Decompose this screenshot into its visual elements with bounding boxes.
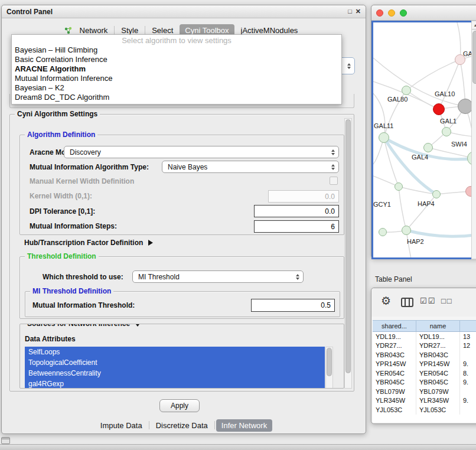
table-body: YDL19...YDL19...13 YDR27...YDR27...12 YB…	[373, 332, 476, 422]
manual-kernel-label: Manual Kernel Width Definition	[30, 177, 134, 185]
table-row[interactable]: YBL079WYBL079W	[373, 387, 476, 396]
column-settings-icon[interactable]	[401, 298, 413, 307]
network-node[interactable]	[379, 132, 389, 143]
network-window-titlebar[interactable]	[371, 5, 476, 21]
mi-threshold-label: Mutual Information Threshold:	[32, 301, 135, 309]
network-node[interactable]	[402, 86, 411, 95]
aracne-mode-combobox[interactable]: Discovery	[64, 146, 339, 158]
network-node[interactable]	[379, 228, 387, 236]
cyni-settings-title: Cyni Algorithm Settings	[15, 110, 100, 119]
sources-title: Sources for Network Inference	[27, 324, 130, 328]
tab-infer-network[interactable]: Infer Network	[216, 419, 272, 432]
dpi-tolerance-value: 0.0	[325, 207, 335, 216]
attribute-item-selected[interactable]: BetweennessCentrality	[25, 368, 325, 379]
network-scrollbar-thumb[interactable]	[472, 31, 476, 84]
network-node[interactable]	[423, 143, 433, 152]
apply-button[interactable]: Apply	[159, 399, 200, 412]
attribute-list-scrollbar-thumb[interactable]	[327, 348, 332, 376]
attribute-list-scrollbar[interactable]	[325, 347, 333, 389]
column-header-shared-name[interactable]: shared...	[373, 321, 416, 331]
menu-item-aracne[interactable]: ARACNE Algorithm	[12, 64, 341, 74]
cell: 8.	[460, 369, 476, 378]
network-node[interactable]	[442, 127, 451, 136]
hub-definition-expander[interactable]: Hub/Transcription Factor Definition	[24, 239, 153, 247]
cell: YDR27...	[416, 341, 460, 351]
control-panel-titlebar[interactable]: Control Panel □ ✕	[2, 5, 366, 18]
tab-divider	[145, 26, 145, 34]
menu-item-basic-correlation[interactable]: Basic Correlation Inference	[12, 55, 341, 64]
mi-threshold-group: MI Threshold Definition Mutual Informati…	[25, 291, 340, 317]
data-attributes-label: Data Attributes	[25, 335, 76, 343]
hub-definition-label: Hub/Transcription Factor Definition	[24, 239, 143, 247]
attribute-item-selected[interactable]: SelfLoops	[25, 347, 325, 357]
table-row[interactable]: YDL19...YDL19...13	[373, 332, 476, 341]
cell: 9.	[460, 360, 476, 369]
menu-item-dream8[interactable]: Dream8 DC_TDC Algorithm	[12, 93, 341, 102]
column-header[interactable]	[460, 321, 476, 331]
dpi-tolerance-field[interactable]: 0.0	[254, 205, 339, 217]
deselect-all-checkboxes-icon[interactable]: □□	[441, 296, 453, 305]
minimized-panel-icon[interactable]	[1, 437, 10, 444]
table-header: shared... name	[373, 320, 476, 332]
kernel-width-label: Kernel Width (0,1):	[30, 192, 92, 200]
attribute-item-selected[interactable]: TopologicalCoefficient	[25, 357, 325, 368]
kernel-width-field[interactable]: 0.0	[268, 190, 339, 203]
table-row[interactable]: YBR043CYBR043C	[373, 350, 476, 360]
tab-divider	[114, 26, 115, 34]
cell: YPR145W	[416, 360, 460, 369]
close-window-icon[interactable]: ✕	[356, 8, 361, 15]
network-node[interactable]	[402, 226, 411, 235]
network-scrollbar[interactable]: ▲	[471, 21, 476, 259]
node-label: SWI4	[451, 141, 467, 148]
node-label: GAL10	[435, 90, 455, 97]
dropdown-placeholder: Select algorithm to view settings	[12, 36, 341, 45]
mi-steps-field[interactable]: 6	[254, 220, 339, 233]
network-node-highlighted[interactable]	[433, 103, 445, 115]
scroll-up-icon[interactable]: ▲	[472, 21, 476, 30]
table-row[interactable]: YJL053CYJL053C	[373, 405, 476, 415]
menu-item-bayesian-k2[interactable]: Bayesian – K2	[12, 83, 341, 93]
mi-type-combobox[interactable]: Naive Bayes	[162, 161, 339, 173]
sources-expander[interactable]: Sources for Network Inference	[25, 324, 144, 328]
network-canvas[interactable]: GAL7 GAL80 GAL10 GAL11 GAL1 SWI4 GAL4 GC…	[371, 21, 476, 259]
collapsed-arrow-icon	[148, 240, 153, 246]
which-threshold-label: Which threshold to use:	[43, 273, 123, 281]
settings-scrollbar[interactable]	[344, 118, 352, 389]
network-node[interactable]	[395, 182, 403, 191]
cell: YDL19...	[373, 332, 416, 341]
attribute-item-selected[interactable]: gal4RGexp	[25, 379, 325, 389]
sources-group: Sources for Network Inference Data Attri…	[19, 324, 344, 389]
cell: 9.	[460, 396, 476, 406]
float-window-icon[interactable]: □	[348, 8, 352, 15]
minimize-button[interactable]	[388, 9, 395, 17]
menu-item-mutual-information[interactable]: Mutual Information Inference	[12, 74, 341, 83]
table-row[interactable]: YER054CYER054C8.	[373, 369, 476, 378]
settings-scrollbar-thumb[interactable]	[345, 119, 351, 373]
table-row[interactable]: YDR27...YDR27...12	[373, 341, 476, 351]
mi-type-label: Mutual Information Algorithm Type:	[30, 163, 149, 171]
mi-steps-label: Mutual Information Steps:	[30, 222, 117, 230]
cell: YBR043C	[416, 350, 460, 360]
manual-kernel-checkbox[interactable]	[330, 177, 338, 185]
mi-threshold-field[interactable]: 0.5	[251, 299, 335, 312]
aracne-mode-value: Discovery	[70, 148, 101, 156]
close-button[interactable]	[376, 9, 383, 17]
column-header-name[interactable]: name	[416, 321, 460, 331]
table-row[interactable]: YBR045CYBR045C9.	[373, 378, 476, 387]
tab-discretize-data[interactable]: Discretize Data	[151, 419, 213, 432]
cell: YBL079W	[373, 387, 416, 396]
table-row[interactable]: YLR345WYLR345W9.	[373, 396, 476, 406]
gear-icon[interactable]: ⚙	[381, 294, 391, 308]
tab-impute-data[interactable]: Impute Data	[95, 419, 148, 432]
desktop: Control Panel □ ✕ Network Style Select C…	[0, 0, 476, 450]
network-node[interactable]	[432, 190, 441, 198]
which-threshold-combobox[interactable]: MI Threshold	[132, 270, 304, 283]
node-label: HAP4	[418, 200, 435, 207]
combo-arrows-icon	[331, 149, 335, 155]
node-label: GAL80	[387, 96, 407, 103]
zoom-button[interactable]	[400, 9, 407, 17]
menu-item-bayesian-hill-climbing[interactable]: Bayesian – Hill Climbing	[12, 45, 341, 55]
table-row[interactable]: YPR145WYPR145W9.	[373, 360, 476, 369]
cell: 12	[460, 341, 476, 351]
select-all-checkboxes-icon[interactable]: ☑☑	[420, 296, 436, 305]
